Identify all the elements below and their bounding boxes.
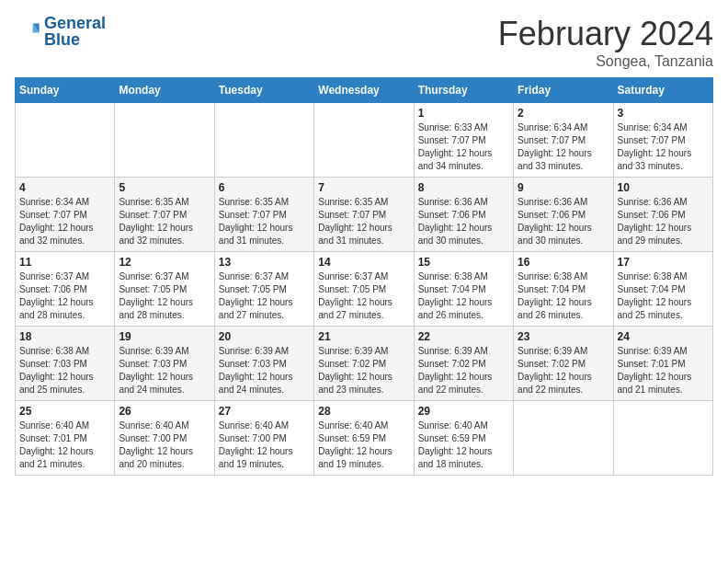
day-number: 17 [618,256,709,269]
day-info: Sunrise: 6:38 AM Sunset: 7:03 PM Dayligh… [19,345,110,396]
day-info: Sunrise: 6:36 AM Sunset: 7:06 PM Dayligh… [618,196,709,247]
calendar-cell: 15Sunrise: 6:38 AM Sunset: 7:04 PM Dayli… [414,252,513,327]
calendar-cell [514,401,613,476]
calendar-cell: 27Sunrise: 6:40 AM Sunset: 7:00 PM Dayli… [214,401,313,476]
calendar-cell [115,103,214,178]
day-info: Sunrise: 6:40 AM Sunset: 6:59 PM Dayligh… [318,419,409,471]
day-header-saturday: Saturday [613,78,712,103]
day-number: 16 [518,256,609,269]
calendar-cell: 25Sunrise: 6:40 AM Sunset: 7:01 PM Dayli… [16,401,115,476]
day-info: Sunrise: 6:38 AM Sunset: 7:04 PM Dayligh… [618,270,709,322]
day-number: 3 [618,107,709,120]
day-info: Sunrise: 6:35 AM Sunset: 7:07 PM Dayligh… [219,196,310,247]
calendar-week-4: 18Sunrise: 6:38 AM Sunset: 7:03 PM Dayli… [16,327,713,401]
day-number: 28 [318,405,409,418]
calendar-cell: 12Sunrise: 6:37 AM Sunset: 7:05 PM Dayli… [115,252,214,327]
title-area: February 2024 Songea, Tanzania [498,15,713,70]
day-info: Sunrise: 6:37 AM Sunset: 7:06 PM Dayligh… [19,270,110,322]
day-number: 5 [119,181,210,194]
day-number: 2 [518,107,609,120]
calendar-table: SundayMondayTuesdayWednesdayThursdayFrid… [15,77,713,476]
location-title: Songea, Tanzania [498,53,713,70]
day-number: 7 [318,181,409,194]
day-number: 18 [19,330,110,343]
calendar-cell [314,103,414,178]
day-number: 8 [418,181,509,194]
calendar-cell: 20Sunrise: 6:39 AM Sunset: 7:03 PM Dayli… [214,327,313,401]
calendar-cell: 26Sunrise: 6:40 AM Sunset: 7:00 PM Dayli… [115,401,214,476]
days-header-row: SundayMondayTuesdayWednesdayThursdayFrid… [16,78,713,103]
day-number: 13 [219,256,310,269]
calendar-cell: 5Sunrise: 6:35 AM Sunset: 7:07 PM Daylig… [115,178,214,252]
calendar-cell: 14Sunrise: 6:37 AM Sunset: 7:05 PM Dayli… [314,252,414,327]
day-info: Sunrise: 6:36 AM Sunset: 7:06 PM Dayligh… [518,196,609,247]
day-info: Sunrise: 6:35 AM Sunset: 7:07 PM Dayligh… [318,196,409,247]
day-header-wednesday: Wednesday [314,78,414,103]
day-number: 14 [318,256,409,269]
day-info: Sunrise: 6:39 AM Sunset: 7:01 PM Dayligh… [618,345,709,396]
day-info: Sunrise: 6:37 AM Sunset: 7:05 PM Dayligh… [119,270,210,322]
day-header-thursday: Thursday [414,78,513,103]
calendar-cell: 22Sunrise: 6:39 AM Sunset: 7:02 PM Dayli… [414,327,513,401]
calendar-cell: 17Sunrise: 6:38 AM Sunset: 7:04 PM Dayli… [613,252,712,327]
day-number: 15 [418,256,509,269]
day-info: Sunrise: 6:39 AM Sunset: 7:03 PM Dayligh… [219,345,310,396]
day-number: 29 [418,405,509,418]
calendar-cell [16,103,115,178]
month-title: February 2024 [498,15,713,53]
day-number: 12 [119,256,210,269]
day-number: 21 [318,330,409,343]
day-info: Sunrise: 6:39 AM Sunset: 7:03 PM Dayligh… [119,345,210,396]
day-number: 20 [219,330,310,343]
day-info: Sunrise: 6:37 AM Sunset: 7:05 PM Dayligh… [318,270,409,322]
calendar-cell: 16Sunrise: 6:38 AM Sunset: 7:04 PM Dayli… [514,252,613,327]
day-header-monday: Monday [115,78,214,103]
calendar-cell: 19Sunrise: 6:39 AM Sunset: 7:03 PM Dayli… [115,327,214,401]
day-number: 10 [618,181,709,194]
calendar-cell: 6Sunrise: 6:35 AM Sunset: 7:07 PM Daylig… [214,178,313,252]
day-info: Sunrise: 6:39 AM Sunset: 7:02 PM Dayligh… [318,345,409,396]
day-info: Sunrise: 6:40 AM Sunset: 6:59 PM Dayligh… [418,419,509,471]
calendar-cell: 4Sunrise: 6:34 AM Sunset: 7:07 PM Daylig… [16,178,115,252]
day-header-sunday: Sunday [16,78,115,103]
day-header-friday: Friday [514,78,613,103]
day-info: Sunrise: 6:39 AM Sunset: 7:02 PM Dayligh… [418,345,509,396]
day-info: Sunrise: 6:39 AM Sunset: 7:02 PM Dayligh… [518,345,609,396]
day-info: Sunrise: 6:35 AM Sunset: 7:07 PM Dayligh… [119,196,210,247]
day-info: Sunrise: 6:34 AM Sunset: 7:07 PM Dayligh… [618,121,709,173]
calendar-cell: 3Sunrise: 6:34 AM Sunset: 7:07 PM Daylig… [613,103,712,178]
logo-text: General Blue [44,15,106,48]
calendar-week-2: 4Sunrise: 6:34 AM Sunset: 7:07 PM Daylig… [16,178,713,252]
day-info: Sunrise: 6:34 AM Sunset: 7:07 PM Dayligh… [19,196,110,247]
calendar-week-3: 11Sunrise: 6:37 AM Sunset: 7:06 PM Dayli… [16,252,713,327]
calendar-cell: 8Sunrise: 6:36 AM Sunset: 7:06 PM Daylig… [414,178,513,252]
day-info: Sunrise: 6:38 AM Sunset: 7:04 PM Dayligh… [518,270,609,322]
logo-icon [15,18,40,44]
calendar-cell: 9Sunrise: 6:36 AM Sunset: 7:06 PM Daylig… [514,178,613,252]
day-number: 9 [518,181,609,194]
calendar-cell: 2Sunrise: 6:34 AM Sunset: 7:07 PM Daylig… [514,103,613,178]
calendar-cell: 7Sunrise: 6:35 AM Sunset: 7:07 PM Daylig… [314,178,414,252]
day-number: 24 [618,330,709,343]
day-number: 19 [119,330,210,343]
day-info: Sunrise: 6:34 AM Sunset: 7:07 PM Dayligh… [518,121,609,173]
day-info: Sunrise: 6:38 AM Sunset: 7:04 PM Dayligh… [418,270,509,322]
logo: General Blue [15,15,106,48]
calendar-cell [613,401,712,476]
day-number: 25 [19,405,110,418]
day-number: 26 [119,405,210,418]
day-info: Sunrise: 6:36 AM Sunset: 7:06 PM Dayligh… [418,196,509,247]
day-number: 23 [518,330,609,343]
calendar-cell [214,103,313,178]
day-number: 1 [418,107,509,120]
calendar-cell: 29Sunrise: 6:40 AM Sunset: 6:59 PM Dayli… [414,401,513,476]
calendar-cell: 11Sunrise: 6:37 AM Sunset: 7:06 PM Dayli… [16,252,115,327]
day-info: Sunrise: 6:37 AM Sunset: 7:05 PM Dayligh… [219,270,310,322]
header: General Blue February 2024 Songea, Tanza… [15,15,713,70]
calendar-cell: 23Sunrise: 6:39 AM Sunset: 7:02 PM Dayli… [514,327,613,401]
day-info: Sunrise: 6:33 AM Sunset: 7:07 PM Dayligh… [418,121,509,173]
calendar-cell: 1Sunrise: 6:33 AM Sunset: 7:07 PM Daylig… [414,103,513,178]
day-number: 4 [19,181,110,194]
day-header-tuesday: Tuesday [214,78,313,103]
calendar-cell: 21Sunrise: 6:39 AM Sunset: 7:02 PM Dayli… [314,327,414,401]
